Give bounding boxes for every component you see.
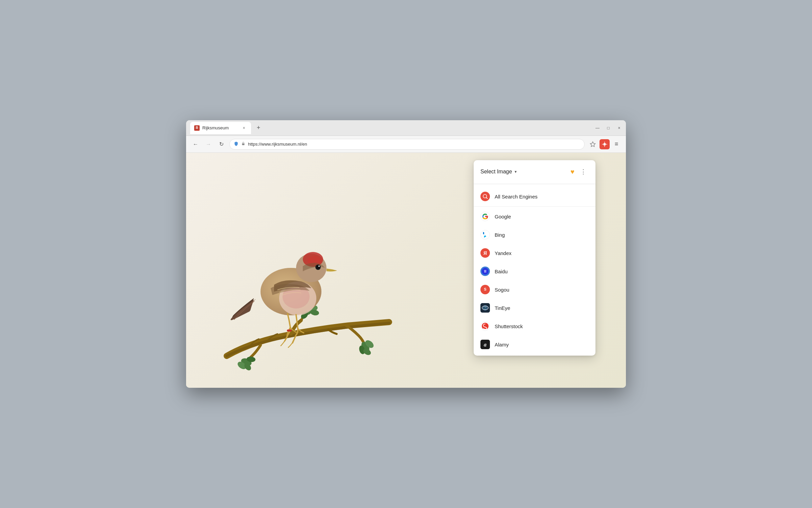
menu-button[interactable]: ≡ [612,140,621,149]
list-item[interactable]: Google [474,207,595,226]
close-button[interactable]: × [616,125,622,131]
nav-bar: ← → ↻ https://www.rijksmuseum.nl/en [186,136,626,153]
yandex-icon: Я [480,248,490,258]
list-item[interactable]: Я Yandex [474,244,595,262]
baidu-icon: 百 [480,267,490,276]
svg-text:S: S [484,287,486,291]
tab-title: Rijksmuseum [202,125,238,130]
content-area: Select Image ▾ ♥ ⋮ [186,153,626,388]
yandex-label: Yandex [495,250,512,256]
list-item[interactable]: S Sogou [474,280,595,299]
title-bar: R Rijksmuseum × + — □ × [186,120,626,136]
google-icon [480,212,490,221]
shutterstock-label: Shutterstock [495,323,523,329]
svg-rect-25 [287,330,292,332]
svg-point-24 [318,266,320,267]
browser-window: R Rijksmuseum × + — □ × ← → [186,120,626,388]
svg-text:百: 百 [484,270,487,273]
tab-favicon: R [194,125,200,131]
branch [227,303,389,372]
nav-actions: ≡ [588,139,621,149]
maximize-button[interactable]: □ [606,125,611,131]
list-item[interactable]: a Alamy [474,335,595,354]
sogou-icon: S [480,285,490,294]
page-background: Select Image ▾ ♥ ⋮ [186,153,626,388]
list-item[interactable]: Shutterstock [474,317,595,335]
list-item[interactable]: 百 Baidu [474,262,595,280]
tineye-label: TinEye [495,305,510,311]
list-item[interactable]: TinEye [474,299,595,317]
extension-button[interactable] [600,139,610,149]
all-search-label: All Search Engines [495,194,538,199]
more-options-button[interactable]: ⋮ [578,166,589,177]
dropdown-header: Select Image ▾ ♥ ⋮ [474,160,595,184]
google-label: Google [495,214,511,219]
all-search-icon [480,192,490,201]
forward-button[interactable]: → [204,140,213,149]
alamy-label: Alamy [495,342,509,347]
shield-icon [234,141,239,147]
svg-point-38 [486,307,486,308]
svg-text:a: a [484,342,487,347]
svg-rect-0 [242,144,245,145]
shutterstock-icon [480,321,490,331]
dropdown-panel: Select Image ▾ ♥ ⋮ [474,160,595,356]
select-image-label: Select Image [480,169,512,175]
chevron-down-icon: ▾ [515,169,517,174]
search-engine-list: All Search Engines G [474,185,595,356]
bird-illustration [200,160,396,376]
lock-icon [241,142,245,147]
bookmark-button[interactable] [588,140,597,149]
svg-point-1 [603,143,606,146]
refresh-button[interactable]: ↻ [217,140,226,149]
tineye-icon [480,303,490,313]
back-button[interactable]: ← [191,140,200,149]
sogou-label: Sogou [495,287,509,293]
list-item[interactable]: Bing [474,226,595,244]
bing-icon [480,230,490,239]
new-tab-button[interactable]: + [254,123,263,133]
address-text: https://www.rijksmuseum.nl/en [248,142,580,147]
bing-label: Bing [495,232,505,238]
address-bar[interactable]: https://www.rijksmuseum.nl/en [229,139,585,150]
baidu-label: Baidu [495,269,508,274]
alamy-icon: a [480,340,490,349]
favorite-button[interactable]: ♥ [567,166,578,177]
list-item[interactable]: All Search Engines [474,187,595,206]
divider [474,206,595,207]
window-controls: — □ × [595,125,622,131]
tab-close-button[interactable]: × [241,125,247,131]
divider [474,184,595,185]
active-tab[interactable]: R Rijksmuseum × [190,122,251,134]
select-image-button[interactable]: Select Image ▾ [480,169,567,175]
minimize-button[interactable]: — [595,125,600,131]
